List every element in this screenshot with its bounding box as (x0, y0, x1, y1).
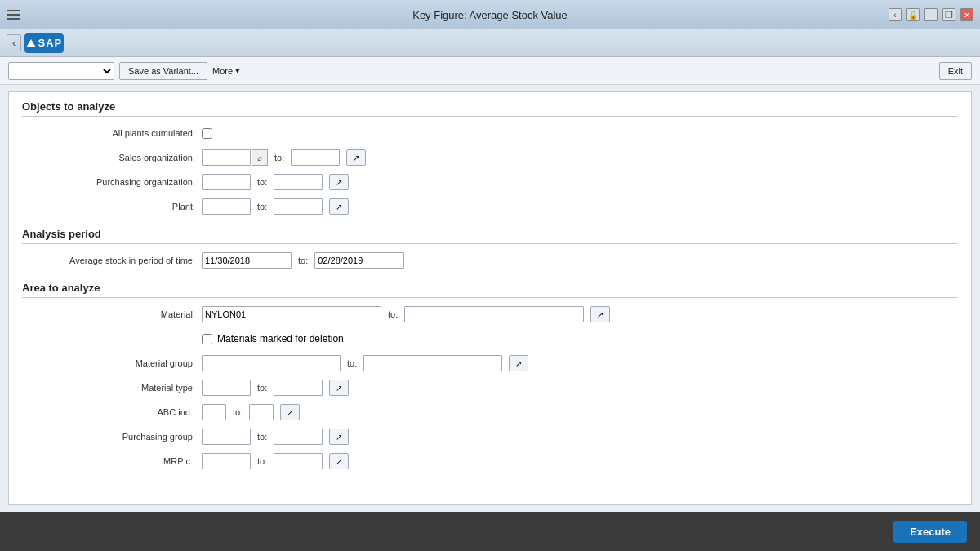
abc-ind-from-input[interactable] (202, 404, 226, 420)
purchasing-org-label: Purchasing organization: (22, 177, 202, 187)
sales-org-row: Sales organization: ⌕ to: ↗ (22, 148, 958, 167)
all-plants-label: All plants cumulated: (22, 128, 202, 138)
back-nav-icon[interactable]: ‹ (889, 8, 902, 21)
plant-to-input[interactable] (274, 198, 323, 215)
sales-org-search-button[interactable]: ⌕ (252, 149, 268, 166)
purchasing-group-to-input[interactable] (274, 429, 323, 445)
avg-stock-row: Average stock in period of time: to: (22, 251, 958, 270)
execute-button[interactable]: Execute (893, 521, 967, 543)
material-group-label: Material group: (22, 358, 202, 368)
plant-from-input[interactable] (202, 198, 251, 215)
abc-ind-label: ABC ind.: (22, 407, 202, 417)
materials-deletion-checkbox[interactable] (202, 334, 212, 344)
mrp-row: MRP c.: to: ↗ (22, 451, 958, 471)
avg-stock-to-label: to: (298, 256, 308, 265)
bottom-bar: Execute (0, 512, 980, 551)
sales-org-label: Sales organization: (22, 153, 202, 162)
material-group-to-input[interactable] (363, 355, 502, 371)
material-type-row: Material type: to: ↗ (22, 378, 958, 398)
expand-icon: ↗ (353, 153, 359, 162)
purchasing-org-to-label: to: (257, 177, 267, 187)
sap-logo: SAP (24, 33, 64, 53)
date-to-input[interactable] (314, 252, 404, 269)
all-plants-checkbox[interactable] (202, 128, 212, 139)
material-type-to-label: to: (257, 383, 267, 393)
nav-bar: ‹ SAP (0, 29, 980, 57)
purchasing-org-to-input[interactable] (274, 174, 323, 190)
material-type-label: Material type: (22, 383, 202, 393)
sales-org-to-input[interactable] (291, 149, 340, 166)
material-to-label: to: (388, 309, 398, 319)
purchasing-org-expand-button[interactable]: ↗ (329, 174, 349, 190)
material-label: Material: (22, 309, 202, 319)
material-type-expand-button[interactable]: ↗ (329, 380, 349, 396)
plant-row: Plant: to: ↗ (22, 197, 958, 216)
area-section-header: Area to analyze (22, 282, 958, 298)
material-group-expand-button[interactable]: ↗ (509, 355, 528, 371)
lock-icon[interactable]: 🔒 (906, 8, 920, 21)
abc-ind-to-label: to: (233, 407, 243, 417)
expand-icon-8: ↗ (336, 433, 342, 442)
abc-ind-expand-button[interactable]: ↗ (280, 404, 300, 420)
sales-org-to-label: to: (274, 153, 284, 162)
material-expand-button[interactable]: ↗ (590, 306, 610, 322)
expand-icon-7: ↗ (287, 408, 293, 417)
sales-org-from-input[interactable] (202, 149, 251, 166)
back-button[interactable]: ‹ (7, 34, 21, 51)
date-from-input[interactable] (202, 252, 292, 269)
expand-icon-3: ↗ (336, 202, 342, 211)
hamburger-menu[interactable] (7, 10, 20, 20)
material-type-to-input[interactable] (274, 380, 323, 396)
sales-org-expand-button[interactable]: ↗ (346, 149, 366, 166)
mrp-label: MRP c.: (22, 456, 202, 466)
expand-icon-4: ↗ (597, 310, 604, 319)
abc-ind-to-input[interactable] (249, 404, 274, 420)
close-button[interactable]: ✕ (960, 8, 973, 21)
purchasing-group-label: Purchasing group: (22, 432, 202, 442)
search-icon: ⌕ (257, 153, 262, 162)
exit-button[interactable]: Exit (939, 62, 972, 80)
material-type-from-input[interactable] (202, 380, 251, 396)
variant-select[interactable] (8, 62, 114, 80)
avg-stock-label: Average stock in period of time: (22, 256, 202, 265)
window-title: Key Figure: Average Stock Value (412, 9, 568, 21)
all-plants-row: All plants cumulated: (22, 123, 958, 143)
expand-icon-2: ↗ (336, 178, 342, 187)
mrp-to-label: to: (257, 456, 267, 466)
expand-icon-5: ↗ (515, 359, 522, 368)
plant-label: Plant: (22, 202, 202, 211)
restore-button[interactable]: ❐ (942, 8, 956, 21)
title-bar-controls: ‹ 🔒 — ❐ ✕ (889, 8, 973, 21)
main-content: Objects to analyze All plants cumulated:… (8, 91, 972, 505)
purchasing-group-to-label: to: (257, 432, 267, 442)
material-row: Material: to: ↗ (22, 304, 958, 324)
plant-expand-button[interactable]: ↗ (329, 198, 349, 215)
save-variant-button[interactable]: Save as Variant... (119, 62, 207, 80)
more-chevron-icon: ▾ (235, 65, 240, 76)
title-bar-left (7, 10, 20, 20)
mrp-to-input[interactable] (274, 453, 323, 469)
materials-deletion-row: Materials marked for deletion (22, 329, 958, 349)
purchasing-org-row: Purchasing organization: to: ↗ (22, 172, 958, 192)
plant-to-label: to: (257, 202, 267, 211)
materials-deletion-group: Materials marked for deletion (202, 333, 344, 344)
mrp-expand-button[interactable]: ↗ (329, 453, 349, 469)
material-from-input[interactable] (202, 306, 381, 322)
purchasing-group-from-input[interactable] (202, 429, 251, 445)
purchasing-group-expand-button[interactable]: ↗ (329, 429, 349, 445)
material-to-input[interactable] (404, 306, 584, 322)
material-group-row: Material group: to: ↗ (22, 353, 958, 373)
material-group-to-label: to: (347, 358, 357, 368)
more-button[interactable]: More ▾ (212, 65, 240, 76)
more-label: More (212, 66, 233, 76)
toolbar: Save as Variant... More ▾ Exit (0, 57, 980, 85)
material-group-from-input[interactable] (202, 355, 341, 371)
analysis-period-section-header: Analysis period (22, 228, 958, 244)
objects-section-header: Objects to analyze (22, 100, 958, 117)
mrp-from-input[interactable] (202, 453, 251, 469)
abc-ind-row: ABC ind.: to: ↗ (22, 402, 958, 422)
minimize-button[interactable]: — (924, 8, 938, 21)
sap-logo-text: SAP (38, 37, 62, 49)
materials-deletion-label: Materials marked for deletion (217, 333, 344, 344)
purchasing-org-from-input[interactable] (202, 174, 251, 190)
